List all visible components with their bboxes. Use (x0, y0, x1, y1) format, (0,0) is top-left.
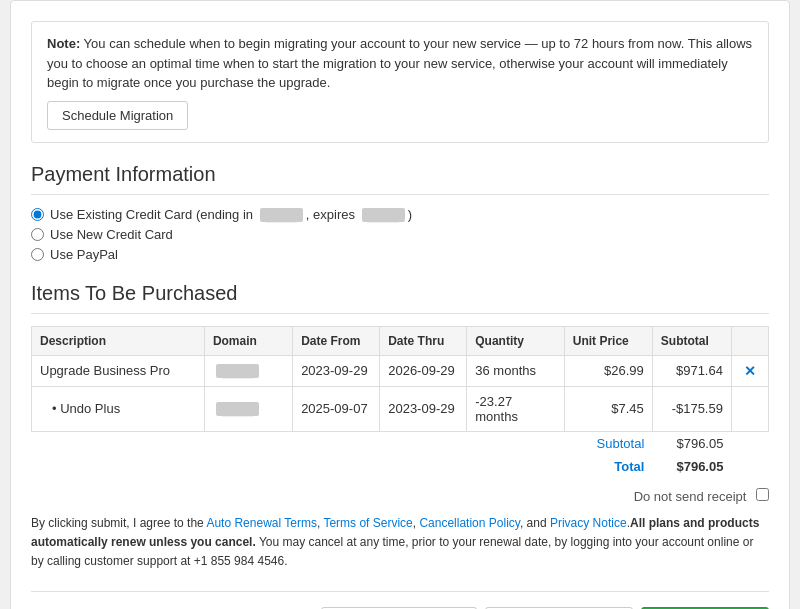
table-header-row: Description Domain Date From Date Thru Q… (32, 326, 769, 355)
footer-buttons: Clear Shopping Cart Continue Shopping Pr… (31, 591, 769, 609)
subtotal-empty2 (731, 431, 768, 455)
col-header-description: Description (32, 326, 205, 355)
items-section-title: Items To Be Purchased (31, 282, 769, 314)
payment-option-paypal: Use PayPal (31, 247, 769, 262)
payment-options: Use Existing Credit Card (ending in ████… (31, 207, 769, 262)
subtotal-row: Subtotal $796.05 (32, 431, 769, 455)
payment-label-new[interactable]: Use New Credit Card (50, 227, 173, 242)
legal-text: By clicking submit, I agree to the Auto … (31, 514, 769, 572)
note-label: Note: (47, 36, 80, 51)
col-header-action (731, 326, 768, 355)
card-expiry-masked: ████ (362, 208, 405, 222)
schedule-migration-button[interactable]: Schedule Migration (47, 101, 188, 130)
row1-datefrom: 2023-09-29 (293, 355, 380, 386)
legal-prefix: By clicking submit, I agree to the (31, 516, 206, 530)
terms-of-service-link[interactable]: Terms of Service (323, 516, 412, 530)
row1-unitprice: $26.99 (564, 355, 652, 386)
row2-delete-cell (731, 386, 768, 431)
total-empty (32, 455, 565, 478)
total-label: Total (564, 455, 652, 478)
row2-quantity: -23.27 months (467, 386, 564, 431)
payment-radio-existing[interactable] (31, 208, 44, 221)
row1-subtotal: $971.64 (652, 355, 731, 386)
payment-radio-paypal[interactable] (31, 248, 44, 261)
table-row: Upgrade Business Pro ████ 2023-09-29 202… (32, 355, 769, 386)
items-table: Description Domain Date From Date Thru Q… (31, 326, 769, 478)
subtotal-value: $796.05 (652, 431, 731, 455)
row2-datefrom: 2025-09-07 (293, 386, 380, 431)
total-row: Total $796.05 (32, 455, 769, 478)
row1-quantity: 36 months (467, 355, 564, 386)
row1-domain: ████ (204, 355, 292, 386)
delete-row1-button[interactable]: ✕ (740, 363, 760, 379)
payment-label-existing[interactable]: Use Existing Credit Card (ending in ████… (50, 207, 412, 222)
card-number-masked: ████ (260, 208, 303, 222)
row1-description: Upgrade Business Pro (32, 355, 205, 386)
payment-option-new: Use New Credit Card (31, 227, 769, 242)
subtotal-label: Subtotal (564, 431, 652, 455)
row1-datethru: 2026-09-29 (380, 355, 467, 386)
total-empty2 (731, 455, 768, 478)
col-header-datethru: Date Thru (380, 326, 467, 355)
cancellation-policy-link[interactable]: Cancellation Policy (419, 516, 520, 530)
payment-label-paypal[interactable]: Use PayPal (50, 247, 118, 262)
privacy-notice-link[interactable]: Privacy Notice (550, 516, 627, 530)
col-header-datefrom: Date From (293, 326, 380, 355)
payment-option-existing: Use Existing Credit Card (ending in ████… (31, 207, 769, 222)
row2-datethru: 2023-09-29 (380, 386, 467, 431)
note-box: Note: You can schedule when to begin mig… (31, 21, 769, 143)
col-header-unitprice: Unit Price (564, 326, 652, 355)
table-row: • Undo Plus ████ 2025-09-07 2023-09-29 -… (32, 386, 769, 431)
subtotal-empty (32, 431, 565, 455)
col-header-subtotal: Subtotal (652, 326, 731, 355)
row1-delete-cell: ✕ (731, 355, 768, 386)
payment-radio-new[interactable] (31, 228, 44, 241)
row2-description: • Undo Plus (32, 386, 205, 431)
total-value: $796.05 (652, 455, 731, 478)
main-container: Note: You can schedule when to begin mig… (10, 0, 790, 609)
receipt-label: Do not send receipt (634, 489, 747, 504)
receipt-checkbox[interactable] (756, 488, 769, 501)
auto-renewal-terms-link[interactable]: Auto Renewal Terms (206, 516, 317, 530)
row2-unitprice: $7.45 (564, 386, 652, 431)
col-header-domain: Domain (204, 326, 292, 355)
note-text: You can schedule when to begin migrating… (47, 36, 752, 90)
payment-section-title: Payment Information (31, 163, 769, 195)
receipt-row: Do not send receipt (31, 488, 769, 504)
row2-domain: ████ (204, 386, 292, 431)
col-header-quantity: Quantity (467, 326, 564, 355)
row2-subtotal: -$175.59 (652, 386, 731, 431)
